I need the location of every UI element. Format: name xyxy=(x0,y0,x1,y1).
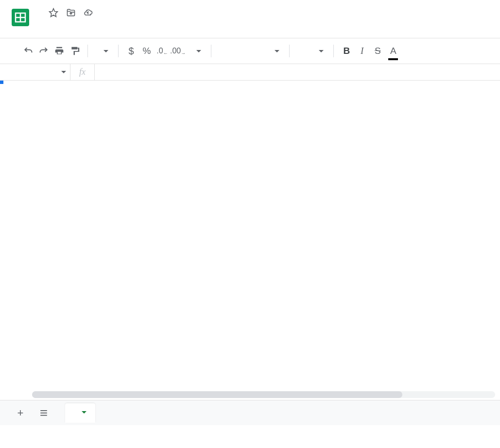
font-dropdown[interactable] xyxy=(216,43,284,59)
menu-file[interactable] xyxy=(34,28,46,32)
formula-bar: fx xyxy=(0,64,500,81)
svg-marker-4 xyxy=(50,9,58,17)
menu-help[interactable] xyxy=(127,28,139,32)
move-icon[interactable] xyxy=(66,8,76,17)
all-sheets-button[interactable] xyxy=(33,403,54,423)
cloud-sync-icon[interactable] xyxy=(84,8,93,17)
chevron-down-icon xyxy=(61,71,66,73)
chevron-down-icon xyxy=(103,50,108,52)
spreadsheet-grid[interactable] xyxy=(0,81,500,400)
header-bar xyxy=(0,0,500,38)
fx-icon: fx xyxy=(70,64,95,80)
text-color-button[interactable]: A xyxy=(385,43,401,59)
sheet-tab-bar: + xyxy=(0,400,500,425)
number-format-dropdown[interactable] xyxy=(186,43,206,59)
increase-decimal-button[interactable]: .00→ xyxy=(170,43,186,59)
menu-tools[interactable] xyxy=(104,28,116,32)
menu-format[interactable] xyxy=(81,28,92,32)
svg-rect-7 xyxy=(40,415,47,415)
svg-rect-5 xyxy=(40,410,47,411)
bold-button[interactable]: B xyxy=(339,43,354,59)
selection-rectangle xyxy=(0,81,2,83)
horizontal-scrollbar[interactable] xyxy=(32,391,495,398)
chevron-down-icon xyxy=(319,50,324,52)
chevron-down-icon xyxy=(275,50,279,52)
zoom-dropdown[interactable] xyxy=(93,43,113,59)
paint-format-button[interactable] xyxy=(67,43,83,59)
italic-button[interactable]: I xyxy=(354,43,370,59)
undo-button[interactable] xyxy=(20,43,36,59)
chevron-down-icon xyxy=(82,411,86,414)
toolbar: $ % .0← .00→ B I S A xyxy=(0,38,500,64)
percent-button[interactable]: % xyxy=(139,43,155,59)
menu-bar xyxy=(33,21,492,38)
name-box[interactable] xyxy=(0,64,70,80)
decrease-decimal-button[interactable]: .0← xyxy=(155,43,170,59)
menu-view[interactable] xyxy=(57,28,69,32)
sheet-tab-1[interactable] xyxy=(65,403,95,423)
redo-button[interactable] xyxy=(36,43,52,59)
menu-insert[interactable] xyxy=(69,28,81,32)
menu-edit[interactable] xyxy=(46,28,57,32)
add-sheet-button[interactable]: + xyxy=(10,403,31,423)
sheets-logo[interactable] xyxy=(8,4,33,38)
print-button[interactable] xyxy=(52,43,67,59)
menu-addons[interactable] xyxy=(116,28,127,32)
font-size-dropdown[interactable] xyxy=(294,43,328,59)
chevron-down-icon xyxy=(196,50,201,52)
menu-data[interactable] xyxy=(92,28,104,32)
svg-rect-6 xyxy=(40,412,47,413)
currency-button[interactable]: $ xyxy=(123,43,139,59)
strikethrough-button[interactable]: S xyxy=(370,43,385,59)
selection-handle[interactable] xyxy=(0,81,3,84)
doc-title[interactable] xyxy=(35,12,41,14)
star-icon[interactable] xyxy=(49,8,58,17)
